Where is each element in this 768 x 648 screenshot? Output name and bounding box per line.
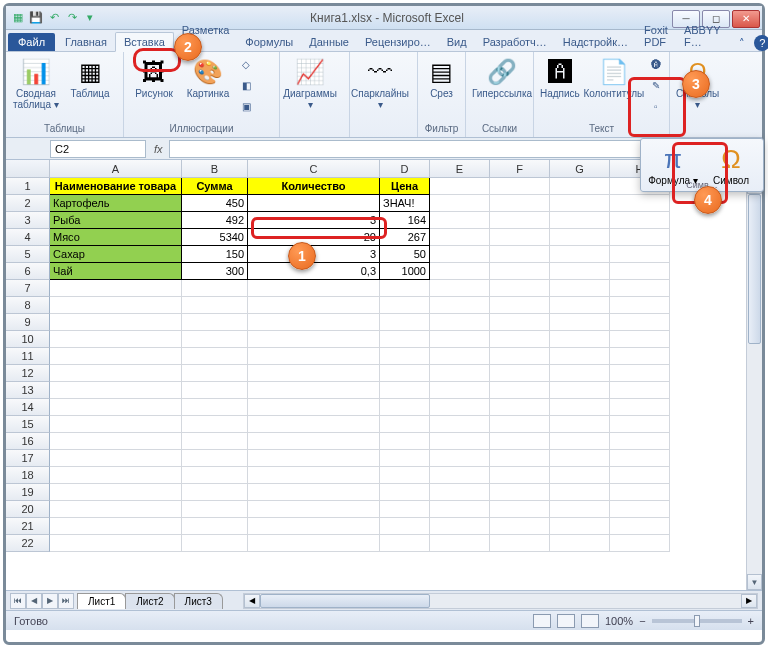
row-header[interactable]: 10: [6, 331, 50, 348]
cell[interactable]: [550, 518, 610, 535]
cell[interactable]: [550, 280, 610, 297]
col-F[interactable]: F: [490, 160, 550, 177]
name-box[interactable]: C2: [50, 140, 146, 158]
cell[interactable]: [50, 382, 182, 399]
cell[interactable]: 3: [248, 246, 380, 263]
row-header[interactable]: 13: [6, 382, 50, 399]
cell[interactable]: 150: [182, 246, 248, 263]
cell[interactable]: [550, 450, 610, 467]
cell[interactable]: [610, 535, 670, 552]
object-icon[interactable]: ▫: [646, 96, 666, 116]
hyperlink-button[interactable]: 🔗Гиперссылка: [470, 54, 534, 101]
cell[interactable]: [550, 178, 610, 195]
tab-review[interactable]: Рецензиро…: [357, 33, 439, 51]
cell[interactable]: [248, 535, 380, 552]
tab-developer[interactable]: Разработч…: [475, 33, 555, 51]
scroll-left-icon[interactable]: ◀: [244, 594, 260, 608]
col-D[interactable]: D: [380, 160, 430, 177]
cell[interactable]: 0,3: [248, 263, 380, 280]
cell[interactable]: [430, 314, 490, 331]
cell[interactable]: 20: [248, 229, 380, 246]
cell[interactable]: [550, 212, 610, 229]
row-header[interactable]: 19: [6, 484, 50, 501]
row-header[interactable]: 4: [6, 229, 50, 246]
zoom-slider[interactable]: [652, 619, 742, 623]
cell[interactable]: [50, 331, 182, 348]
cell[interactable]: [490, 280, 550, 297]
cell[interactable]: [550, 297, 610, 314]
cell[interactable]: [50, 280, 182, 297]
cell[interactable]: Картофель: [50, 195, 182, 212]
cell[interactable]: [550, 314, 610, 331]
cell[interactable]: [610, 246, 670, 263]
cell[interactable]: [490, 263, 550, 280]
view-normal-button[interactable]: [533, 614, 551, 628]
cell[interactable]: [430, 467, 490, 484]
cell[interactable]: [182, 416, 248, 433]
slicer-button[interactable]: ▤Срез: [422, 54, 461, 101]
row-header[interactable]: 18: [6, 467, 50, 484]
row-header[interactable]: 14: [6, 399, 50, 416]
cell[interactable]: [430, 195, 490, 212]
row-header[interactable]: 5: [6, 246, 50, 263]
cell[interactable]: [490, 365, 550, 382]
cell[interactable]: [550, 399, 610, 416]
shapes-icon[interactable]: ◇: [236, 54, 256, 74]
cell[interactable]: Чай: [50, 263, 182, 280]
headerfooter-button[interactable]: 📄Колонтитулы: [584, 54, 644, 101]
cell[interactable]: [182, 297, 248, 314]
cell[interactable]: [380, 535, 430, 552]
row-header[interactable]: 6: [6, 263, 50, 280]
view-pagelayout-button[interactable]: [557, 614, 575, 628]
tab-home[interactable]: Главная: [57, 33, 115, 51]
cell[interactable]: 5340: [182, 229, 248, 246]
cell[interactable]: [490, 382, 550, 399]
cell[interactable]: [550, 246, 610, 263]
cell[interactable]: [248, 399, 380, 416]
cell[interactable]: [430, 399, 490, 416]
row-header[interactable]: 15: [6, 416, 50, 433]
zoom-level[interactable]: 100%: [605, 615, 633, 627]
cell[interactable]: Сахар: [50, 246, 182, 263]
vertical-scrollbar[interactable]: ▲ ▼: [746, 178, 762, 590]
sheet-tab-2[interactable]: Лист2: [125, 593, 174, 609]
cell[interactable]: [248, 331, 380, 348]
tab-abbyy[interactable]: ABBYY F…: [676, 21, 729, 51]
cell[interactable]: [182, 365, 248, 382]
tab-foxit[interactable]: Foxit PDF: [636, 21, 676, 51]
cell[interactable]: [610, 331, 670, 348]
sheet-tab-3[interactable]: Лист3: [174, 593, 223, 609]
row-header[interactable]: 2: [6, 195, 50, 212]
cell[interactable]: [380, 484, 430, 501]
cell[interactable]: [490, 229, 550, 246]
save-icon[interactable]: 💾: [28, 10, 44, 26]
row-header[interactable]: 16: [6, 433, 50, 450]
row-header[interactable]: 7: [6, 280, 50, 297]
cell[interactable]: [248, 382, 380, 399]
sparklines-button[interactable]: 〰Спарклайны ▾: [354, 54, 406, 112]
cell[interactable]: [550, 535, 610, 552]
cell[interactable]: [248, 416, 380, 433]
tab-data[interactable]: Данные: [301, 33, 357, 51]
cell[interactable]: [610, 416, 670, 433]
cell[interactable]: [248, 450, 380, 467]
cell[interactable]: [490, 246, 550, 263]
row-header[interactable]: 20: [6, 501, 50, 518]
cell[interactable]: [248, 280, 380, 297]
cell[interactable]: [610, 314, 670, 331]
tab-prev-icon[interactable]: ◀: [26, 593, 42, 609]
cell[interactable]: [490, 484, 550, 501]
cell[interactable]: [380, 331, 430, 348]
cell[interactable]: [550, 195, 610, 212]
cell[interactable]: [50, 501, 182, 518]
scroll-down-icon[interactable]: ▼: [747, 574, 762, 590]
scroll-right-icon[interactable]: ▶: [741, 594, 757, 608]
clipart-button[interactable]: 🎨Картинка: [182, 54, 234, 101]
screenshot-icon[interactable]: ▣: [236, 96, 256, 116]
zoom-out-button[interactable]: −: [639, 615, 645, 627]
pivottable-button[interactable]: 📊Сводная таблица ▾: [10, 54, 62, 112]
row-header[interactable]: 17: [6, 450, 50, 467]
cell[interactable]: 450: [182, 195, 248, 212]
tab-insert[interactable]: Вставка: [115, 32, 174, 52]
cell[interactable]: [182, 399, 248, 416]
